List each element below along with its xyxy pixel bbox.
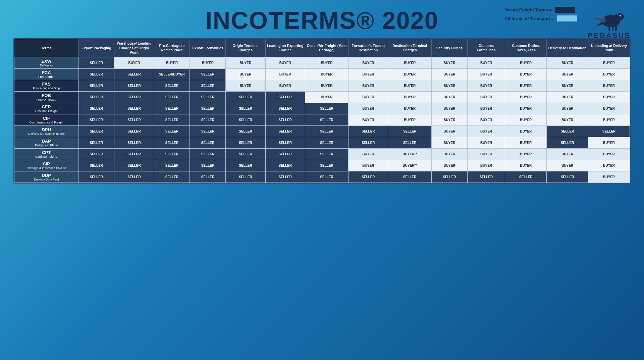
pegasus-logo-svg bbox=[589, 9, 629, 33]
data-cell-fca-11: BUYER bbox=[505, 68, 547, 80]
data-cell-cip-3: SELLER bbox=[190, 160, 226, 171]
data-cell-fca-13: BUYER bbox=[588, 68, 630, 80]
data-cell-fca-1: SELLER bbox=[114, 68, 154, 80]
data-cell-fob-10: BUYER bbox=[467, 91, 505, 103]
data-cell-cif-3: SELLER bbox=[190, 114, 226, 125]
data-cell-dap-4: SELLER bbox=[226, 137, 265, 148]
data-cell-cfr-11: BUYER bbox=[505, 103, 547, 114]
data-cell-cip-2: SELLER bbox=[154, 160, 190, 171]
data-cell-dap-7: SELLER bbox=[348, 137, 388, 148]
data-cell-fca-4: BUYER bbox=[226, 68, 265, 80]
data-cell-cfr-6: SELLER bbox=[305, 103, 348, 114]
data-cell-fas-13: BUYER bbox=[588, 80, 630, 91]
data-cell-cfr-0: SELLER bbox=[78, 103, 114, 114]
data-cell-dap-2: SELLER bbox=[154, 137, 190, 148]
data-cell-cif-11: BUYER bbox=[505, 114, 547, 125]
term-name: Carriage & Insurance Paid To bbox=[15, 166, 77, 170]
data-cell-fob-2: SELLER bbox=[154, 91, 190, 103]
data-cell-dap-11: BUYER bbox=[505, 137, 547, 148]
data-cell-dpu-1: SELLER bbox=[114, 125, 154, 137]
data-cell-exw-3: BUYER bbox=[190, 57, 226, 68]
ocean-freight-label: Ocean Freight Terms = bbox=[504, 7, 551, 12]
table-row: CIFCost, Insurance & FreightSELLERSELLER… bbox=[14, 114, 630, 125]
data-cell-cip-1: SELLER bbox=[114, 160, 154, 171]
ocean-freight-legend: Ocean Freight Terms = bbox=[504, 7, 577, 13]
data-cell-ddp-3: SELLER bbox=[190, 171, 226, 183]
data-cell-fob-0: SELLER bbox=[78, 91, 114, 103]
data-cell-exw-9: BUYER bbox=[431, 57, 467, 68]
data-cell-ddp-4: SELLER bbox=[226, 171, 265, 183]
term-cell-cif: CIFCost, Insurance & Freight bbox=[14, 114, 78, 125]
data-cell-fob-4: SELLER bbox=[226, 91, 265, 103]
data-cell-dap-5: SELLER bbox=[265, 137, 305, 148]
data-cell-cfr-3: SELLER bbox=[190, 103, 226, 114]
data-cell-cif-4: SELLER bbox=[226, 114, 265, 125]
incoterms-table-container: Terms Export Packaging Warehouse/ Loadin… bbox=[13, 38, 631, 184]
data-cell-cip-11: BUYER bbox=[505, 160, 547, 171]
term-name: Carriage Paid To bbox=[15, 155, 77, 158]
data-cell-dpu-0: SELLER bbox=[78, 125, 114, 137]
data-cell-exw-12: BUYER bbox=[547, 57, 588, 68]
term-cell-fas: FASFree Alongside Ship bbox=[14, 80, 78, 91]
data-cell-dap-8: SELLER bbox=[388, 137, 431, 148]
data-cell-dap-13: BUYER bbox=[588, 137, 630, 148]
data-cell-cfr-2: SELLER bbox=[154, 103, 190, 114]
data-cell-cip-13: BUYER bbox=[588, 160, 630, 171]
data-cell-cfr-7: BUYER bbox=[348, 103, 388, 114]
data-cell-ddp-10: SELLER bbox=[467, 171, 505, 183]
table-row: EXWEx-WorksSELLERBUYERBUYERBUYERBUYERBUY… bbox=[14, 57, 630, 68]
term-cell-dap: DAPDelivery at Place bbox=[14, 137, 78, 148]
data-cell-cpt-12: BUYER bbox=[547, 148, 588, 160]
table-row: DPUDelivery at Place UnloadedSELLERSELLE… bbox=[14, 125, 630, 137]
data-cell-cip-8: BUYER** bbox=[388, 160, 431, 171]
term-cell-cfr: CFRCost and Freight bbox=[14, 103, 78, 114]
col-header-warehouse: Warehouse/ Loading Charges at Origin Poi… bbox=[114, 39, 154, 57]
data-cell-fob-11: BUYER bbox=[505, 91, 547, 103]
data-cell-cpt-10: BUYER bbox=[467, 148, 505, 160]
term-name: Free Carrier bbox=[15, 75, 77, 79]
col-header-export-formalities: Export Formalities bbox=[190, 39, 226, 57]
data-cell-cfr-4: SELLER bbox=[226, 103, 265, 114]
data-cell-fca-2: SELLER/BUYER bbox=[154, 68, 190, 80]
data-cell-fob-9: BUYER bbox=[431, 91, 467, 103]
data-cell-cif-8: BUYER bbox=[388, 114, 431, 125]
data-cell-fca-7: BUYER bbox=[348, 68, 388, 80]
data-cell-cpt-3: SELLER bbox=[190, 148, 226, 160]
data-cell-cfr-1: SELLER bbox=[114, 103, 154, 114]
data-cell-fas-10: BUYER bbox=[467, 80, 505, 91]
data-cell-exw-5: BUYER bbox=[265, 57, 305, 68]
data-cell-fca-5: BUYER bbox=[265, 68, 305, 80]
term-name: Free Alongside Ship bbox=[15, 87, 77, 90]
data-cell-cfr-9: BUYER bbox=[431, 103, 467, 114]
data-cell-dpu-6: SELLER bbox=[305, 125, 348, 137]
data-cell-dpu-3: SELLER bbox=[190, 125, 226, 137]
data-cell-fas-9: BUYER bbox=[431, 80, 467, 91]
term-name: Free On Board bbox=[15, 98, 77, 101]
table-row: FCAFree CarrierSELLERSELLERSELLER/BUYERS… bbox=[14, 68, 630, 80]
data-cell-fob-1: SELLER bbox=[114, 91, 154, 103]
term-abbr: CIF bbox=[15, 116, 77, 121]
data-cell-cfr-13: BUYER bbox=[588, 103, 630, 114]
col-header-ocean-air: Ocean/Air Freight (Main Carriage) bbox=[305, 39, 348, 57]
data-cell-dap-3: SELLER bbox=[190, 137, 226, 148]
term-name: Delivery at Place Unloaded bbox=[15, 132, 77, 136]
data-cell-fob-7: BUYER bbox=[348, 91, 388, 103]
data-cell-fob-8: BUYER bbox=[388, 91, 431, 103]
data-cell-cif-12: BUYER bbox=[547, 114, 588, 125]
col-header-destination-terminal: Destination Terminal Charges bbox=[388, 39, 431, 57]
term-cell-cpt: CPTCarriage Paid To bbox=[14, 148, 78, 160]
data-cell-exw-6: BUYER bbox=[305, 57, 348, 68]
data-cell-exw-7: BUYER bbox=[348, 57, 388, 68]
term-cell-cip: CIPCarriage & Insurance Paid To bbox=[14, 160, 78, 171]
data-cell-ddp-11: SELLER bbox=[505, 171, 547, 183]
data-cell-fob-5: SELLER bbox=[265, 91, 305, 103]
data-cell-dap-6: SELLER bbox=[305, 137, 348, 148]
data-cell-fas-5: BUYER bbox=[265, 80, 305, 91]
data-cell-fob-12: BUYER bbox=[547, 91, 588, 103]
data-cell-ddp-0: SELLER bbox=[78, 171, 114, 183]
data-cell-dpu-2: SELLER bbox=[154, 125, 190, 137]
data-cell-cfr-8: BUYER bbox=[388, 103, 431, 114]
data-cell-cip-5: SELLER bbox=[265, 160, 305, 171]
data-cell-cif-2: SELLER bbox=[154, 114, 190, 125]
data-cell-fca-10: BUYER bbox=[467, 68, 505, 80]
